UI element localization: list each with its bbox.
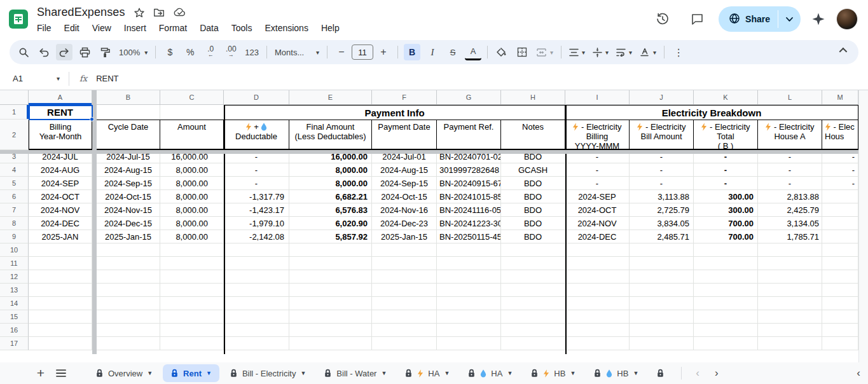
cell-E12[interactable] xyxy=(289,270,372,284)
cell-H5[interactable]: BDO xyxy=(501,177,565,190)
cell-E17[interactable] xyxy=(289,337,372,350)
cell-L2[interactable]: - Electricity House A xyxy=(758,120,822,150)
cell-K12[interactable] xyxy=(694,270,758,284)
banner-payment-info[interactable]: Payment Info xyxy=(224,105,565,120)
cell-C3[interactable]: 16,000.00 xyxy=(160,150,224,163)
tab-menu-arrow[interactable]: ▼ xyxy=(444,370,450,376)
increase-decimals-button[interactable]: .00→ xyxy=(223,44,239,60)
cell-L7[interactable]: 2,425.79 xyxy=(758,203,822,217)
bold-button[interactable]: B xyxy=(404,44,420,60)
cell-C10[interactable] xyxy=(160,243,224,257)
cell-K14[interactable] xyxy=(694,297,758,310)
cell-M17[interactable] xyxy=(822,337,858,350)
row-header-15[interactable]: 15 xyxy=(0,310,29,324)
column-header-B[interactable]: B xyxy=(97,90,160,105)
cell-L15[interactable] xyxy=(758,310,822,324)
cell-I8[interactable]: 2024-NOV xyxy=(565,217,630,230)
cell-G16[interactable] xyxy=(437,324,501,337)
menu-tools[interactable]: Tools xyxy=(226,22,258,34)
text-wrap-icon[interactable]: ▾ xyxy=(614,44,634,60)
cell-H17[interactable] xyxy=(501,337,565,350)
cell-A1[interactable]: RENT xyxy=(29,105,92,120)
cell-G7[interactable]: BN-20241116-051 xyxy=(437,203,501,217)
cell-G11[interactable] xyxy=(437,257,501,270)
cell-M3[interactable]: - xyxy=(822,150,858,163)
tab-menu-arrow[interactable]: ▼ xyxy=(633,370,638,376)
cell-I11[interactable] xyxy=(565,257,630,270)
cell-J3[interactable]: - xyxy=(630,150,694,163)
cell-G3[interactable]: BN-20240701-02 xyxy=(437,150,501,163)
cell-K16[interactable] xyxy=(694,324,758,337)
cell-D16[interactable] xyxy=(224,324,289,337)
tab-menu-arrow[interactable]: ▼ xyxy=(507,370,513,376)
tab-menu-arrow[interactable]: ▼ xyxy=(381,370,387,376)
cell-I3[interactable]: - xyxy=(565,150,630,163)
row-header-16[interactable]: 16 xyxy=(0,324,29,337)
cell-F11[interactable] xyxy=(372,257,437,270)
cell-K9[interactable]: 700.00 xyxy=(694,230,758,243)
cell-J14[interactable] xyxy=(630,297,694,310)
row-header-12[interactable]: 12 xyxy=(0,270,29,284)
search-menus-icon[interactable] xyxy=(15,44,32,60)
cell-D12[interactable] xyxy=(224,270,289,284)
cell-D4[interactable]: - xyxy=(224,163,289,177)
tab-menu-arrow[interactable]: ▼ xyxy=(147,370,153,376)
cell-L5[interactable]: - xyxy=(758,177,822,190)
cell-B6[interactable]: 2024-Oct-15 xyxy=(97,190,160,203)
user-avatar[interactable] xyxy=(836,8,858,30)
cell-F15[interactable] xyxy=(372,310,437,324)
cell-M15[interactable] xyxy=(822,310,858,324)
column-header-D[interactable]: D xyxy=(224,90,289,105)
cell-F14[interactable] xyxy=(372,297,437,310)
cell-M4[interactable]: - xyxy=(822,163,858,177)
banner-electricity-breakdown[interactable]: Electricity Breakdown xyxy=(565,105,858,120)
cell-D5[interactable]: - xyxy=(224,177,289,190)
cell-E11[interactable] xyxy=(289,257,372,270)
cell-F8[interactable]: 2024-Dec-23 xyxy=(372,217,437,230)
cell-C8[interactable]: 8,000.00 xyxy=(160,217,224,230)
text-rotation-icon[interactable]: ▾ xyxy=(638,44,658,60)
cell-G4[interactable]: 3019997282648 xyxy=(437,163,501,177)
decrease-decimals-button[interactable]: .0← xyxy=(202,44,219,60)
cell-I6[interactable]: 2024-SEP xyxy=(565,190,630,203)
cell-I16[interactable] xyxy=(565,324,630,337)
cell-A15[interactable] xyxy=(29,310,92,324)
cell-E3[interactable]: 16,000.00 xyxy=(289,150,372,163)
row-header-11[interactable]: 11 xyxy=(0,257,29,270)
cell-G12[interactable] xyxy=(437,270,501,284)
cell-G14[interactable] xyxy=(437,297,501,310)
cell-H7[interactable]: BDO xyxy=(501,203,565,217)
cell-K8[interactable]: 700.00 xyxy=(694,217,758,230)
cell-B10[interactable] xyxy=(97,243,160,257)
cell-E16[interactable] xyxy=(289,324,372,337)
cell-H15[interactable] xyxy=(501,310,565,324)
increase-font-size-button[interactable]: + xyxy=(375,44,392,60)
cell-C1[interactable] xyxy=(160,105,224,120)
cell-E15[interactable] xyxy=(289,310,372,324)
cell-F9[interactable]: 2025-Jan-15 xyxy=(372,230,437,243)
scroll-tabs-left-icon[interactable]: ‹ xyxy=(689,367,706,380)
sheets-logo-icon[interactable] xyxy=(9,10,28,29)
print-icon[interactable] xyxy=(76,44,93,60)
cell-I13[interactable] xyxy=(565,284,630,297)
cell-F16[interactable] xyxy=(372,324,437,337)
collapse-toolbar-icon[interactable] xyxy=(834,44,850,60)
font-select[interactable]: Monts...▾ xyxy=(273,44,321,60)
cell-L8[interactable]: 3,134.05 xyxy=(758,217,822,230)
scroll-tabs-right-icon[interactable]: › xyxy=(708,367,725,380)
row-header-4[interactable]: 4 xyxy=(0,163,29,177)
cell-H16[interactable] xyxy=(501,324,565,337)
cell-A13[interactable] xyxy=(29,284,92,297)
cell-I7[interactable]: 2024-OCT xyxy=(565,203,630,217)
add-sheet-button[interactable]: + xyxy=(32,364,50,382)
more-toolbar-icon[interactable]: ⋮ xyxy=(670,44,687,60)
cell-B11[interactable] xyxy=(97,257,160,270)
menu-view[interactable]: View xyxy=(87,22,116,34)
cell-M11[interactable] xyxy=(822,257,858,270)
cell-B16[interactable] xyxy=(97,324,160,337)
row-header-2[interactable]: 2 xyxy=(0,120,29,150)
cell-A3[interactable]: 2024-JUL xyxy=(29,150,92,163)
cell-H13[interactable] xyxy=(501,284,565,297)
cell-D3[interactable]: - xyxy=(224,150,289,163)
column-header-H[interactable]: H xyxy=(501,90,565,105)
